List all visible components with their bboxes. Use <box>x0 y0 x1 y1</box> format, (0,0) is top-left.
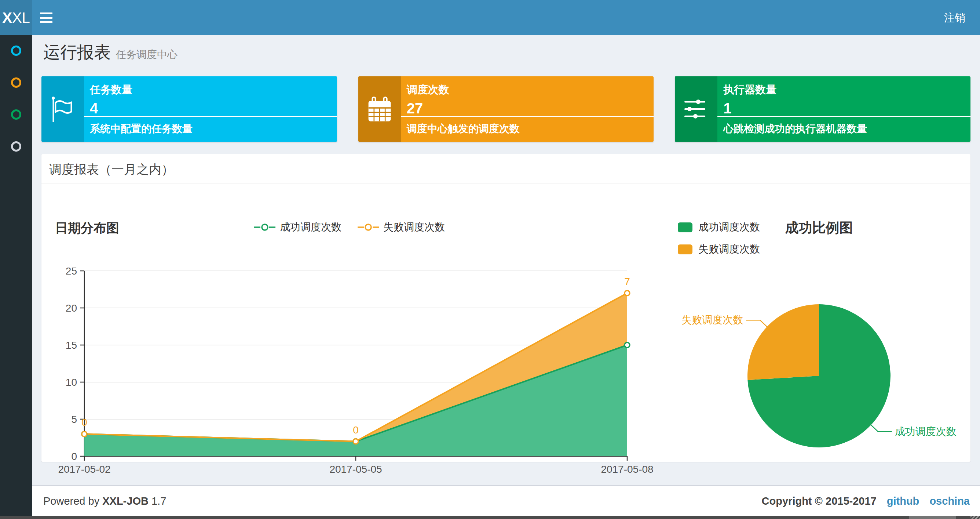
sliders-icon <box>675 76 718 142</box>
stat-label: 任务数量 <box>90 83 330 97</box>
svg-text:10: 10 <box>66 377 77 388</box>
legend-item-success[interactable]: 成功调度次数 <box>678 220 760 234</box>
brand-logo[interactable]: XXL <box>0 0 32 35</box>
github-link[interactable]: github <box>887 495 920 507</box>
flag-icon <box>41 76 84 142</box>
brand-logo-bold: X <box>2 10 12 26</box>
svg-text:失败调度次数: 失败调度次数 <box>681 314 743 326</box>
stat-description: 心跳检测成功的执行器机器数量 <box>723 122 867 136</box>
report-panel-title: 调度报表（一月之内） <box>41 154 970 184</box>
app-window: XXL 注销 运行报表任务调度中心 任务数量 4 系统中配置的任务数量 <box>0 0 980 519</box>
stacked-area-chart: 05101520252017-05-022017-05-052017-05-08… <box>45 215 654 477</box>
svg-text:2017-05-05: 2017-05-05 <box>329 463 382 475</box>
svg-text:15: 15 <box>66 340 77 351</box>
pie-chart: 成功调度次数失败调度次数 <box>671 249 975 477</box>
page-title: 运行报表 <box>43 43 111 62</box>
circle-o-icon <box>11 141 21 152</box>
stat-description: 系统中配置的任务数量 <box>90 122 192 136</box>
stat-description: 调度中心触发的调度次数 <box>407 122 520 136</box>
oschina-link[interactable]: oschina <box>929 495 970 507</box>
svg-text:0: 0 <box>71 451 77 462</box>
stat-card-executors: 执行器数量 1 心跳检测成功的执行器机器数量 <box>675 76 970 142</box>
circle-o-icon <box>11 46 21 56</box>
sidebar-toggle-button[interactable] <box>32 0 60 35</box>
pie-chart-title: 成功比例图 <box>764 219 874 237</box>
stat-card-jobs: 任务数量 4 系统中配置的任务数量 <box>41 76 337 142</box>
svg-text:25: 25 <box>66 265 77 277</box>
calendar-icon <box>358 76 401 142</box>
svg-text:20: 20 <box>66 302 77 314</box>
circle-o-icon <box>11 109 21 120</box>
hamburger-icon <box>40 13 52 14</box>
svg-text:0: 0 <box>81 417 87 428</box>
page-header: 运行报表任务调度中心 <box>43 41 178 64</box>
mini-sidebar <box>0 35 32 516</box>
legend-swatch-icon <box>678 222 692 232</box>
report-panel: 调度报表（一月之内） 日期分布图 成功调度次数 失败调度次数 051015202… <box>41 154 970 462</box>
window-bottom-edge <box>0 516 980 519</box>
svg-text:7: 7 <box>624 276 630 287</box>
stat-cards-row: 任务数量 4 系统中配置的任务数量 调度次数 27 调度中心触发的调度次数 执行 <box>41 76 970 142</box>
sidebar-item-3[interactable] <box>0 109 32 141</box>
sidebar-item-1[interactable] <box>0 46 32 77</box>
svg-text:5: 5 <box>71 414 77 425</box>
scrollbar-thumb[interactable] <box>909 516 956 519</box>
footer-copyright: Copyright © 2015-2017 github oschina <box>762 495 970 507</box>
page-footer: Powered by XXL-JOB 1.7 Copyright © 2015-… <box>32 485 980 516</box>
stat-value: 1 <box>723 100 963 117</box>
stat-card-triggers: 调度次数 27 调度中心触发的调度次数 <box>358 76 654 142</box>
logout-link[interactable]: 注销 <box>940 0 969 35</box>
stat-label: 调度次数 <box>407 83 647 97</box>
svg-text:2017-05-08: 2017-05-08 <box>601 463 653 475</box>
svg-text:成功调度次数: 成功调度次数 <box>895 426 956 437</box>
stat-label: 执行器数量 <box>723 83 963 97</box>
footer-powered-by: Powered by XXL-JOB 1.7 <box>43 495 166 507</box>
resize-grip-icon <box>970 516 980 519</box>
sidebar-item-4[interactable] <box>0 141 32 173</box>
sidebar-item-2[interactable] <box>0 77 32 109</box>
top-navbar: XXL 注销 <box>0 0 980 35</box>
stat-value: 4 <box>90 100 330 117</box>
circle-o-icon <box>11 77 21 88</box>
brand-logo-rest: XL <box>12 10 30 26</box>
page-subtitle: 任务调度中心 <box>116 49 178 60</box>
svg-text:0: 0 <box>353 424 359 436</box>
svg-text:2017-05-02: 2017-05-02 <box>58 463 110 475</box>
stat-value: 27 <box>407 100 647 117</box>
